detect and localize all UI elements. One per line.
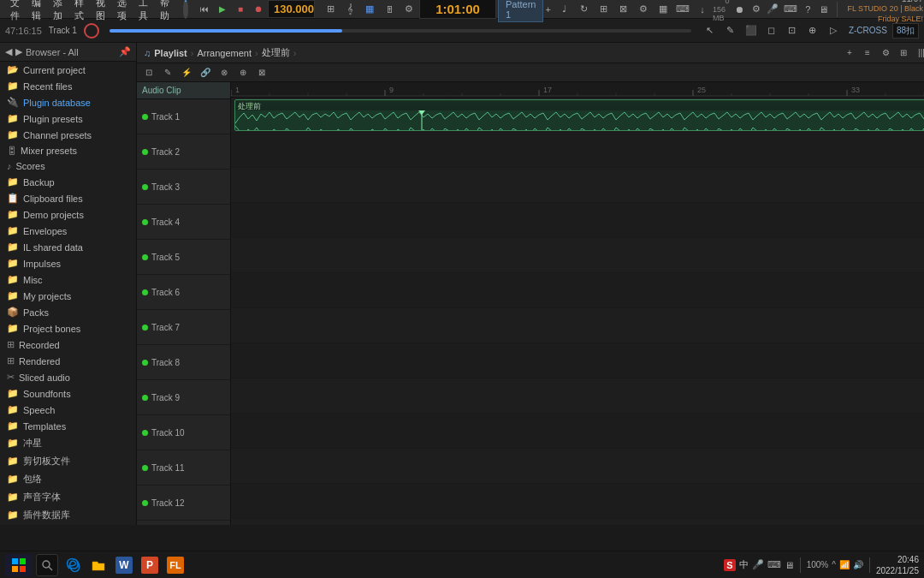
question-icon[interactable]: ? [803, 1, 814, 18]
sidebar-back-icon[interactable]: ◀ [5, 46, 12, 57]
ime-status[interactable]: 中 [739, 558, 749, 571]
track-lane-13[interactable] [231, 519, 924, 525]
track-grid-icon[interactable]: ⊞ [896, 45, 911, 61]
track-lane-10[interactable] [231, 414, 924, 449]
rewind-button[interactable]: ⏮ [197, 2, 212, 17]
start-button[interactable] [5, 554, 33, 576]
record-cpu-icon[interactable]: ⏺ [735, 1, 746, 18]
tool-snap[interactable]: ⊠ [253, 64, 270, 81]
taskbar-fl[interactable]: FL [164, 554, 187, 576]
menu-view[interactable]: 视图 [91, 0, 110, 24]
sidebar-item-backup[interactable]: 📁 Backup [0, 174, 136, 190]
settings2-icon[interactable]: ⚙ [750, 1, 761, 18]
track-row[interactable]: Track 8 [137, 345, 230, 380]
grid-icon[interactable]: ⊞ [595, 1, 613, 18]
sidebar-item-impulses[interactable]: 📁 Impulses [0, 255, 136, 271]
menu-options[interactable]: 选项 [112, 0, 132, 24]
volume-icon[interactable]: 🔊 [853, 560, 863, 569]
network-icon[interactable]: 📶 [839, 560, 850, 569]
step-sequencer-icon[interactable]: ⊞ [322, 1, 339, 18]
taskbar-word[interactable]: W [113, 554, 135, 576]
mixer-icon[interactable]: 🎚 [381, 1, 398, 18]
keyboard2-icon[interactable]: ⌨ [784, 1, 797, 18]
search-button[interactable] [36, 554, 58, 576]
sidebar-item-chong-xing[interactable]: 📁 冲星 [0, 434, 136, 452]
tool-link[interactable]: 🔗 [197, 64, 214, 81]
track-lane-4[interactable] [231, 203, 924, 238]
track-row[interactable]: Track 12 [137, 486, 230, 521]
sidebar-item-current-project[interactable]: 📂 Current project [0, 62, 136, 78]
sidebar-item-clipboard-files[interactable]: 📋 Clipboard files [0, 190, 136, 206]
taskbar-explorer[interactable] [87, 554, 110, 576]
track-row[interactable]: Track 6 [137, 275, 230, 310]
track-row[interactable]: Track 4 [137, 205, 230, 240]
snap-value[interactable]: 88扣 [892, 23, 919, 39]
sidebar-item-recent-files[interactable]: 📁 Recent files [0, 78, 136, 94]
tool-knife[interactable]: ⚡ [178, 64, 195, 81]
sidebar-item-channel-presets[interactable]: 📁 Channel presets [0, 127, 136, 143]
mic-icon[interactable]: 🎤 [767, 1, 779, 18]
track-row[interactable]: Track 13 [137, 521, 230, 525]
arrow-down-icon[interactable]: ↓ [694, 1, 711, 18]
sidebar-item-sliced-audio[interactable]: ✂ Sliced audio [0, 369, 136, 385]
track-menu-button[interactable]: ≡ [860, 45, 875, 61]
snap-icon[interactable]: ⊠ [615, 1, 632, 18]
audio-clip-1[interactable]: 处理前 // This will be rendered via inline … [234, 99, 924, 131]
menu-style[interactable]: 样式 [69, 0, 89, 24]
track-row[interactable]: Track 2 [137, 134, 230, 170]
add-track-button[interactable]: + [842, 45, 857, 61]
plugin-picker-icon[interactable]: ⚙ [400, 1, 418, 18]
track-row[interactable]: Track 1 [137, 99, 230, 134]
record-button[interactable]: ⏺ [251, 2, 266, 17]
sidebar-scroll[interactable]: 📂 Current project 📁 Recent files 🔌 Plugi… [0, 62, 136, 525]
sidebar-item-envelopes[interactable]: 📁 Envelopes [0, 223, 136, 239]
tool-mute[interactable]: ⊗ [216, 64, 233, 81]
tool-select[interactable]: ⊡ [140, 64, 157, 81]
sidebar-item-misc[interactable]: 📁 Misc [0, 271, 136, 288]
erase-tool[interactable]: ◻ [763, 22, 780, 39]
sidebar-item-plugin-preset-cn[interactable]: 📁 插件预置 [0, 524, 136, 525]
piano-roll-icon[interactable]: 𝄞 [341, 1, 358, 18]
zoom-slider[interactable] [110, 29, 691, 33]
track-lane-9[interactable] [231, 378, 924, 414]
sidebar-item-soundfonts[interactable]: 📁 Soundfonts [0, 385, 136, 402]
sidebar-item-plugin-presets[interactable]: 📁 Plugin presets [0, 110, 136, 127]
sidebar-item-clipboard-cn[interactable]: 📁 剪切板文件 [0, 452, 136, 470]
sidebar-item-bao-luo[interactable]: 📁 包络 [0, 470, 136, 488]
track-lane-11[interactable] [231, 449, 924, 484]
settings-icon[interactable]: ⚙ [635, 1, 652, 18]
loop-icon[interactable]: ↻ [576, 1, 593, 18]
sidebar-item-templates[interactable]: 📁 Templates [0, 418, 136, 434]
track-lane-3[interactable] [231, 168, 924, 203]
timeline-area[interactable]: 1 9 17 25 33 49 [231, 82, 924, 525]
menu-tools[interactable]: 工具 [133, 0, 153, 24]
metronome-icon[interactable]: ♩ [556, 1, 573, 18]
track-row[interactable]: Track 9 [137, 380, 230, 415]
track-row[interactable]: Track 11 [137, 450, 230, 486]
sidebar-forward-icon[interactable]: ▶ [15, 46, 22, 57]
sidebar-pin-icon[interactable]: 📌 [119, 46, 131, 57]
sidebar-item-sound-font-cn[interactable]: 📁 声音字体 [0, 488, 136, 506]
ime-icon[interactable]: S [724, 559, 735, 571]
tool-zoom[interactable]: ⊕ [234, 64, 252, 81]
menu-file[interactable]: 文件 [5, 0, 25, 24]
sidebar-item-il-shared[interactable]: 📁 IL shared data [0, 239, 136, 255]
sidebar-item-plugin-database[interactable]: 🔌 Plugin database [0, 94, 136, 110]
track-lane-2[interactable] [231, 133, 924, 168]
track-cols-icon[interactable]: ||| [914, 45, 924, 61]
play-button[interactable]: ▶ [215, 2, 230, 17]
pattern-button[interactable]: Pattern 1 [498, 0, 543, 22]
tool-draw[interactable]: ✎ [159, 64, 176, 81]
sidebar-item-plugin-db-cn[interactable]: 📁 插件数据库 [0, 506, 136, 524]
menu-add[interactable]: 添加 [48, 0, 68, 24]
sidebar-item-recorded[interactable]: ⊞ Recorded [0, 337, 136, 353]
chevron-up-icon[interactable]: ^ [832, 560, 836, 569]
paint-tool[interactable]: ⬛ [743, 22, 760, 39]
track-row[interactable]: Track 5 [137, 240, 230, 275]
zoom-tool[interactable]: ⊕ [804, 22, 821, 39]
menu-edit[interactable]: 编辑 [27, 0, 46, 24]
track-settings-icon[interactable]: ⚙ [878, 45, 893, 61]
sidebar-item-mixer-presets[interactable]: 🎛 Mixer presets [0, 143, 136, 158]
monitor-icon[interactable]: 🖥 [819, 1, 830, 18]
mixer2-icon[interactable]: ▦ [654, 1, 672, 18]
